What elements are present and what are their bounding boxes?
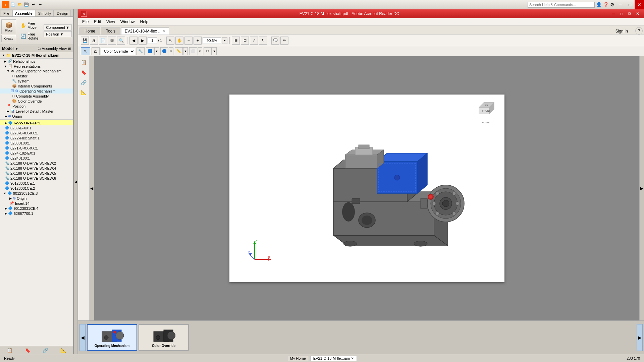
status-tab-home[interactable]: My Home [287, 356, 309, 361]
tree-item-representations[interactable]: ▼ 📋 Representations [0, 64, 73, 69]
tree-item-52867700[interactable]: ▶ 🔷 52867700:1 [0, 211, 73, 216]
view-cube-tool[interactable]: ⬜ [189, 47, 197, 55]
pdf-rotate-btn[interactable]: ↻ [259, 37, 267, 45]
shape-tool-2[interactable]: ▼ [169, 47, 173, 55]
pdf-menu-edit[interactable]: Edit [91, 19, 104, 25]
pdf-fit-width-btn[interactable]: ⊞ [232, 37, 240, 45]
thumbnail-color-override[interactable]: Color Override [139, 324, 189, 351]
tree-item-6271[interactable]: 🔷 6271-C-XX-XX:1 [0, 145, 73, 150]
tree-item-udrive4[interactable]: 🔩 2X.188 U-DRIVE SCREW:4 [0, 166, 73, 171]
expand-tree-icon[interactable]: ⊞ [68, 47, 71, 51]
free-rotate-btn[interactable]: 🔄 Free Rotate [18, 31, 42, 41]
maximize-btn[interactable]: □ [625, 0, 635, 9]
pdf-restore-btn[interactable]: ⧉ [626, 11, 633, 17]
pdf-zoom-in-btn[interactable]: + [194, 37, 202, 45]
pdf-menu-window[interactable]: Window [118, 19, 138, 25]
open-btn[interactable]: 📂 [17, 2, 23, 8]
part-expand-5[interactable]: ▶ [5, 212, 7, 215]
pdf-print-btn[interactable]: 📄 [99, 37, 107, 45]
model-dropdown-icon[interactable]: ▼ [15, 47, 18, 51]
tree-item-system[interactable]: 🔧 system [0, 78, 73, 83]
tree-item-90123031-4[interactable]: ▶ 🔷 90123031CE:4 [0, 206, 73, 211]
new-btn[interactable]: 📄 [10, 2, 16, 8]
pdf-tab-tools[interactable]: Tools [101, 27, 120, 35]
panel-icon-1[interactable]: 📋 [7, 348, 12, 353]
tree-item-90123031-1[interactable]: 🔷 90123031CE:1 [0, 181, 73, 186]
component-dropdown[interactable]: Component▼ [44, 24, 72, 31]
sidebar-icon-2[interactable]: 🔖 [80, 68, 88, 76]
thumbnail-op-mech[interactable]: Operating Mechanism [87, 324, 137, 351]
doc-tool-3[interactable]: 🔧 [137, 47, 145, 55]
nav-cube-home[interactable]: HOME [482, 121, 490, 124]
view-tool-2[interactable]: ▼ [154, 47, 159, 55]
select-tool-active[interactable]: ↖ [81, 47, 90, 55]
tree-item-internal-components[interactable]: 📦 Internal Components [0, 83, 73, 88]
nav-cube[interactable]: FRONT TOP HOME [472, 97, 499, 124]
pdf-draw-btn[interactable]: ✏ [280, 37, 288, 45]
pdf-save-btn[interactable]: 💾 [81, 37, 89, 45]
tree-item-flex-shaft[interactable]: 🔷 6272-Flex Shaft:1 [0, 135, 73, 140]
tab-file[interactable]: File [1, 10, 12, 16]
panel-collapse-arrow[interactable]: ◀ [74, 9, 78, 354]
tree-item-origin-top[interactable]: ▶ ⊕ Origin [0, 114, 73, 119]
model-panel-header[interactable]: Model ▼ 🗂 Assembly View ⊞ [0, 45, 73, 52]
view-tool-1[interactable]: 🟦 [146, 47, 154, 55]
sidebar-icon-3[interactable]: 🔗 [80, 78, 88, 86]
pdf-menu-view[interactable]: View [104, 19, 118, 25]
pdf-comment-btn[interactable]: 💬 [271, 37, 279, 45]
panel-icon-2[interactable]: 🔖 [25, 348, 31, 353]
pdf-zoom-dropdown-btn[interactable]: ▼ [222, 37, 227, 44]
pdf-menu-help[interactable]: Help [138, 19, 151, 25]
thumb-next-btn[interactable]: ▶ [637, 324, 643, 351]
pdf-page-input[interactable] [148, 37, 157, 44]
origin-expand[interactable]: ▶ [5, 115, 7, 118]
place-btn[interactable]: 📦 Place [1, 19, 16, 34]
help-btn[interactable]: ❓ [603, 2, 609, 7]
undo-btn[interactable]: ↩ [30, 2, 36, 8]
pdf-zoom-out-btn[interactable]: − [184, 37, 193, 45]
part-expand[interactable]: ▶ [5, 121, 7, 125]
close-btn[interactable]: ✕ [635, 0, 644, 9]
tree-item-origin-sub[interactable]: ▶ ⊕ Origin [0, 196, 73, 201]
pdf-hand-tool-btn[interactable]: ✋ [175, 37, 183, 45]
shape-tool-1[interactable]: 🔵 [160, 47, 168, 55]
color-override-dropdown[interactable]: Color Override [101, 48, 135, 55]
tree-item-lod[interactable]: ▶ 📊 Level of Detail : Master [0, 109, 73, 114]
thumb-prev-btn[interactable]: ◀ [79, 324, 86, 351]
pdf-search-btn[interactable]: 🔍 [117, 37, 125, 45]
part-expand-3[interactable]: ▼ [3, 192, 6, 195]
status-tab-iam[interactable]: EV21-C-18-M-fle...iam ✕ [310, 356, 357, 361]
tree-item-complete-assembly[interactable]: ⊟ Complete Assembly [0, 94, 73, 99]
user-icon[interactable]: 👤 [596, 2, 602, 7]
tree-item-udrive2[interactable]: 🔩 2X.188 U-DRIVE SCREW:2 [0, 161, 73, 166]
redo-btn[interactable]: ↪ [37, 2, 43, 8]
pdf-prev-page-btn[interactable]: ◀ [129, 37, 138, 45]
tree-item-6273[interactable]: 🔷 6273-C-XX-XX:1 [0, 130, 73, 135]
save-btn[interactable]: 💾 [23, 2, 30, 8]
section-tool[interactable]: ▼ [198, 47, 202, 55]
minimize-btn[interactable]: ─ [616, 0, 625, 9]
tree-item-52330100[interactable]: 🔷 52330100:1 [0, 140, 73, 145]
tree-item-insert14[interactable]: 📌 Insert:14 [0, 201, 73, 206]
sidebar-icon-4[interactable]: 📐 [80, 88, 88, 97]
pdf-maximize-btn[interactable]: □ [618, 11, 625, 17]
pdf-close-btn[interactable]: ✕ [634, 11, 641, 17]
tree-item-op-mech[interactable]: ☑ ⚙ Operating Mechanism [0, 88, 73, 94]
tree-item-6272[interactable]: ▶ 🔷 6272-XX-1-EP:1 [0, 120, 73, 125]
pdf-select-tool-btn[interactable]: ↖ [166, 37, 174, 45]
pdf-tab-home[interactable]: Home [79, 27, 100, 35]
clip-tool[interactable]: ✂ [204, 47, 212, 55]
tree-item-udrive5[interactable]: 🔩 2X.188 U-DRIVE SCREW:5 [0, 171, 73, 176]
pdf-sign-in[interactable]: Sign In [611, 28, 633, 35]
tab-design[interactable]: Design [54, 10, 71, 16]
tree-item-6269[interactable]: 🔷 6269-E-XX:1 [0, 125, 73, 130]
pdf-tab-document[interactable]: EV21-C-18-M-flex ... ✕ [121, 27, 169, 35]
sidebar-icon-1[interactable]: 📋 [80, 58, 88, 66]
part-expand-4[interactable]: ▶ [5, 207, 7, 210]
position-dropdown[interactable]: Position▼ [44, 31, 72, 37]
app-logo[interactable]: I [2, 1, 9, 8]
assembly-view-btn[interactable]: 🗂 Assembly View [38, 47, 67, 51]
help-search-input[interactable] [528, 2, 595, 8]
pdf-fit-page-btn[interactable]: ⊡ [241, 37, 249, 45]
doc-tool-2[interactable]: 🗂 [92, 47, 100, 55]
